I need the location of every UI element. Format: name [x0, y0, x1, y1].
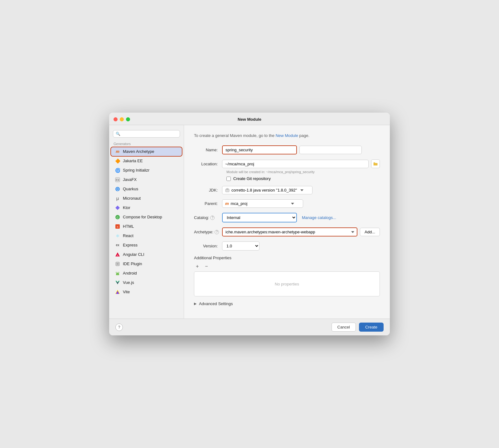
svg-marker-18	[116, 282, 119, 284]
maximize-button[interactable]	[126, 117, 130, 121]
browse-folder-button[interactable]	[371, 159, 380, 168]
sidebar-item-label: React	[123, 233, 133, 238]
new-module-link[interactable]: New Module	[276, 133, 298, 138]
minimize-button[interactable]	[120, 117, 124, 121]
sidebar-item-quarkus[interactable]: Q Quarkus	[111, 185, 182, 193]
no-properties-text: No properties	[275, 282, 299, 286]
dialog-title: New Module	[238, 117, 261, 122]
catalog-select[interactable]: Internal	[222, 213, 297, 222]
name-control	[222, 145, 380, 154]
name-extra-input[interactable]	[299, 146, 362, 154]
folder-icon	[373, 162, 378, 166]
parent-row: Parent: m mca_proj	[194, 199, 380, 208]
search-bar	[109, 128, 184, 141]
add-property-button[interactable]: +	[194, 263, 201, 270]
jdk-control: corretto-1.8 java version "1.8.0_392"	[222, 186, 380, 194]
sidebar-item-label: HTML	[123, 224, 134, 229]
catalog-help-icon[interactable]: ?	[210, 216, 215, 220]
parent-select[interactable]: m mca_proj	[222, 199, 303, 208]
sidebar-item-html[interactable]: 5 HTML	[111, 222, 182, 231]
svg-point-14	[118, 272, 119, 272]
sidebar-item-spring-initializr[interactable]: 🌀 Spring Initializr	[111, 166, 182, 175]
svg-line-15	[116, 272, 116, 273]
sidebar-item-vuejs[interactable]: Vue.js	[111, 278, 182, 287]
android-icon	[115, 270, 120, 276]
express-icon: ex	[115, 242, 120, 248]
footer-left: ?	[115, 324, 123, 331]
sidebar-item-label: Vite	[123, 290, 130, 294]
sidebar: Generators m Maven Archetype 🔶 Jakarta E…	[109, 125, 184, 319]
sidebar-item-label: Compose for Desktop	[123, 215, 162, 219]
sidebar-item-angular-cli[interactable]: A Angular CLI	[111, 250, 182, 259]
javafx-icon: FX	[115, 177, 120, 183]
angular-icon: A	[115, 252, 120, 257]
jdk-value: corretto-1.8 java version "1.8.0_392"	[231, 188, 297, 192]
archetype-label: Archetype:	[194, 230, 213, 234]
create-git-checkbox[interactable]	[226, 177, 231, 181]
sidebar-item-vite[interactable]: Vite	[111, 288, 182, 296]
location-input[interactable]	[222, 160, 369, 168]
properties-toolbar: + −	[194, 263, 380, 270]
location-row: Location:	[194, 159, 380, 168]
ktor-icon	[115, 205, 120, 211]
parent-maven-icon: m	[225, 201, 229, 206]
location-control	[222, 159, 380, 168]
window-controls	[114, 117, 130, 121]
search-input[interactable]	[113, 130, 180, 138]
sidebar-item-label: Maven Archetype	[123, 149, 154, 154]
parent-label: Parent:	[194, 201, 222, 206]
add-archetype-button[interactable]: Add...	[360, 228, 380, 236]
main-content: To create a general Maven module, go to …	[184, 125, 390, 319]
sidebar-item-android[interactable]: Android	[111, 269, 182, 278]
advanced-settings-row[interactable]: ▶ Advanced Settings	[194, 301, 380, 306]
svg-point-13	[117, 272, 117, 272]
sidebar-item-label: JavaFX	[123, 177, 137, 182]
properties-box: No properties	[194, 271, 380, 296]
catalog-label-wrap: Catalog: ?	[194, 215, 222, 220]
compose-icon: C	[115, 214, 120, 220]
archetype-help-icon[interactable]: ?	[215, 230, 219, 234]
svg-text:5: 5	[117, 226, 119, 228]
name-input[interactable]	[222, 145, 297, 154]
new-module-dialog: New Module Generators m Maven Archetype …	[109, 113, 390, 336]
name-row: Name:	[194, 145, 380, 154]
jdk-label: JDK:	[194, 188, 222, 192]
location-hint: Module will be created in: ~/mca/mca_pro…	[226, 170, 380, 174]
sidebar-item-label: Spring Initializr	[123, 168, 149, 173]
sidebar-item-jakarta-ee[interactable]: 🔶 Jakarta EE	[111, 157, 182, 165]
remove-property-button[interactable]: −	[203, 263, 210, 270]
catalog-control: Internal Manage catalogs...	[222, 213, 380, 222]
sidebar-item-micronaut[interactable]: μ Micronaut	[111, 194, 182, 203]
jdk-select[interactable]: corretto-1.8 java version "1.8.0_392"	[222, 186, 312, 194]
cancel-button[interactable]: Cancel	[332, 323, 356, 332]
sidebar-item-express[interactable]: ex Express	[111, 241, 182, 250]
create-git-label[interactable]: Create Git repository	[233, 176, 271, 181]
jdk-chevron-icon	[300, 189, 303, 191]
vuejs-icon	[115, 280, 120, 285]
footer-right: Cancel Create	[332, 323, 384, 332]
archetype-control: iche.maven.archetypes:maven-archetype-we…	[222, 227, 380, 236]
archetype-select[interactable]: iche.maven.archetypes:maven-archetype-we…	[222, 227, 357, 236]
advanced-settings-label: Advanced Settings	[199, 301, 233, 306]
sidebar-item-ktor[interactable]: Ktor	[111, 203, 182, 212]
jdk-row: JDK: corretto-1.8 java version "1.8.0_39…	[194, 186, 380, 194]
sidebar-item-label: Quarkus	[123, 187, 138, 191]
sidebar-item-label: Express	[123, 243, 138, 247]
info-text: To create a general Maven module, go to …	[194, 133, 380, 139]
manage-catalogs-link[interactable]: Manage catalogs...	[302, 215, 336, 220]
help-button[interactable]: ?	[115, 324, 123, 331]
sidebar-item-maven-archetype[interactable]: m Maven Archetype	[111, 147, 182, 156]
version-select[interactable]: 1.0	[222, 241, 259, 251]
create-button[interactable]: Create	[359, 323, 384, 332]
generators-heading: Generators	[109, 141, 184, 147]
sidebar-item-javafx[interactable]: FX JavaFX	[111, 175, 182, 184]
dialog-body: Generators m Maven Archetype 🔶 Jakarta E…	[109, 125, 390, 319]
sidebar-item-react[interactable]: ⚛ React	[111, 231, 182, 240]
sidebar-item-compose-desktop[interactable]: C Compose for Desktop	[111, 213, 182, 222]
sidebar-item-ide-plugin[interactable]: IDE Plugin	[111, 260, 182, 268]
sidebar-item-label: Micronaut	[123, 196, 141, 201]
svg-rect-22	[226, 188, 228, 190]
sidebar-item-label: IDE Plugin	[123, 261, 142, 266]
close-button[interactable]	[114, 117, 118, 121]
advanced-chevron-icon: ▶	[194, 302, 196, 306]
